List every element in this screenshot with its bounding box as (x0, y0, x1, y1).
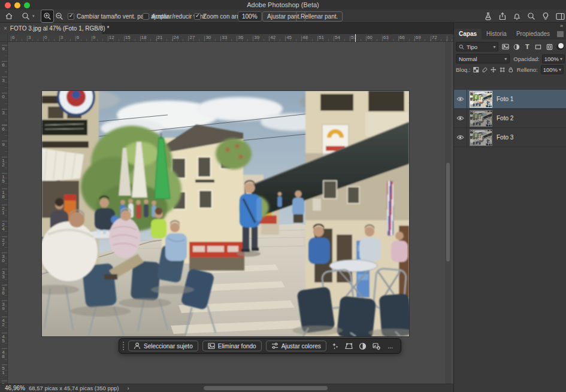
panel-dock: » Capas Historia Propiedades Tipo ▾ T (453, 23, 566, 392)
zoom-in-icon (43, 12, 52, 20)
checkbox[interactable] (143, 13, 149, 20)
tab-historia[interactable]: Historia (482, 29, 511, 39)
image-icon (208, 342, 215, 350)
filter-type-icon[interactable]: T (523, 42, 531, 51)
workspace-icon[interactable] (556, 13, 565, 20)
window-titlebar: Adobe Photoshop (Beta) (0, 0, 566, 10)
magic-wand-icon (331, 342, 339, 350)
adjust-colors-button[interactable]: Ajustar colores (266, 341, 326, 351)
lock-paint-icon[interactable] (482, 66, 488, 73)
zoom-out-button[interactable] (55, 10, 63, 23)
chevron-down-icon: ▾ (560, 56, 562, 62)
fill-screen-button[interactable]: Rellenar pant. (296, 11, 343, 22)
document-tab-bar: × FOTO 3.jpg al 47% (Foto 1, RGB/8) * (0, 23, 453, 34)
panel-menu-icon[interactable] (557, 31, 564, 37)
layer-thumbnail[interactable] (470, 91, 492, 108)
layer-name[interactable]: Foto 1 (497, 96, 513, 102)
tab-propiedades[interactable]: Propiedades (511, 29, 555, 39)
contextual-task-bar: Seleccionar sujeto Eliminar fondo Ajusta… (119, 338, 401, 354)
horizontal-scrollbar[interactable] (204, 386, 328, 390)
ruler-top[interactable]: 6303691215182124273033363942454851545760… (8, 34, 453, 42)
layer-thumbnail[interactable] (470, 129, 492, 146)
adjustment-button[interactable] (358, 341, 368, 351)
magic-wand-button[interactable] (331, 341, 340, 351)
status-zoom-level[interactable]: 46,96% (5, 385, 25, 391)
layers-panel: Tipo ▾ T Normal ▾ Opacidad: (454, 39, 566, 392)
document-canvas-image[interactable] (42, 91, 409, 336)
button-label: Ajustar colores (282, 343, 321, 350)
zoom-in-button[interactable] (41, 10, 54, 23)
ruler-corner (0, 34, 8, 42)
blend-mode-dropdown[interactable]: Normal ▾ (456, 54, 510, 63)
eye-icon (456, 96, 464, 102)
search-icon[interactable] (527, 12, 535, 20)
collapse-panels-button[interactable]: » (560, 23, 563, 29)
blend-mode-value: Normal (459, 56, 477, 62)
layer-visibility-toggle[interactable] (454, 90, 467, 109)
layer-filter-dropdown[interactable]: Tipo ▾ (456, 42, 498, 51)
lock-label: Bloq.: (456, 66, 470, 73)
chevron-down-icon: ▾ (32, 14, 35, 19)
fill-value[interactable]: 100% ▾ (541, 65, 564, 74)
beaker-icon[interactable] (484, 12, 492, 20)
filter-toggle[interactable] (556, 44, 564, 50)
button-label: Eliminar fondo (218, 343, 256, 350)
chevron-down-icon: ▾ (559, 67, 561, 72)
remove-background-button[interactable]: Eliminar fondo (202, 341, 262, 351)
search-icon (459, 44, 464, 50)
vertical-scrollbar[interactable] (446, 163, 450, 262)
close-tab-icon[interactable]: × (4, 25, 7, 32)
eye-icon (456, 116, 464, 121)
image-settings-button[interactable] (372, 341, 382, 351)
document-tab[interactable]: × FOTO 3.jpg al 47% (Foto 1, RGB/8) * (0, 23, 102, 34)
lock-move-icon[interactable] (491, 66, 497, 73)
zoom-tool-icon (22, 12, 30, 20)
layer-list: Foto 1 Foto 2 Foto 3 (454, 90, 566, 147)
lightbulb-icon[interactable] (541, 12, 550, 20)
lock-transparency-icon[interactable] (473, 66, 479, 73)
chevron-down-icon: ▾ (493, 44, 495, 50)
ruler-left[interactable]: 9630369121518212427303336394245485154 (0, 42, 8, 384)
filter-smart-object-icon[interactable] (545, 42, 553, 51)
status-chevron-icon[interactable]: › (128, 385, 129, 391)
bell-icon[interactable] (513, 12, 521, 20)
eye-icon (456, 135, 464, 140)
opacity-value[interactable]: 100% ▾ (542, 54, 565, 63)
button-label: Seleccionar sujeto (144, 343, 193, 350)
checkbox[interactable] (194, 13, 201, 20)
image-settings-icon (373, 342, 380, 350)
home-button[interactable] (5, 10, 13, 23)
layer-row-foto-3[interactable]: Foto 3 (454, 128, 566, 147)
share-icon[interactable] (498, 12, 507, 20)
document-dimensions: 68,57 picas x 45,74 picas (350 ppp) (29, 385, 119, 391)
filter-shape-icon[interactable] (534, 42, 543, 51)
layer-visibility-toggle[interactable] (454, 128, 467, 147)
filter-adjustment-icon[interactable] (512, 42, 520, 51)
layer-name[interactable]: Foto 3 (497, 134, 513, 141)
zoom-percent-field[interactable]: 100% (238, 11, 262, 22)
select-subject-button[interactable]: Seleccionar sujeto (128, 341, 198, 351)
layer-name[interactable]: Foto 2 (497, 115, 513, 121)
tool-options-bar: ▾ Cambiar tamaño vent. para ajustar Ampl… (0, 10, 566, 23)
fill-label: Relleno: (517, 66, 538, 73)
zoom-tool-button[interactable]: ▾ (22, 10, 35, 23)
more-options-button[interactable]: ... (386, 341, 395, 351)
lock-all-icon[interactable] (508, 66, 514, 73)
lock-artboard-icon[interactable] (500, 66, 506, 73)
sliders-icon (271, 342, 279, 350)
filter-pixel-layer-icon[interactable] (501, 42, 509, 51)
tab-capas[interactable]: Capas (454, 29, 482, 39)
home-icon (5, 12, 13, 20)
checkbox[interactable] (68, 13, 74, 20)
layer-visibility-toggle[interactable] (454, 109, 467, 128)
layer-thumbnail[interactable] (470, 110, 492, 127)
chevron-down-icon: ▾ (504, 56, 507, 62)
layer-row-foto-2[interactable]: Foto 2 (454, 109, 566, 128)
transform-button[interactable] (344, 341, 354, 351)
drag-handle[interactable] (123, 342, 124, 350)
adjustment-icon (359, 342, 367, 350)
transform-icon (345, 342, 353, 350)
filter-label: Tipo (467, 44, 477, 50)
opacity-label: Opacidad: (513, 56, 539, 62)
layer-row-foto-1[interactable]: Foto 1 (454, 90, 566, 109)
